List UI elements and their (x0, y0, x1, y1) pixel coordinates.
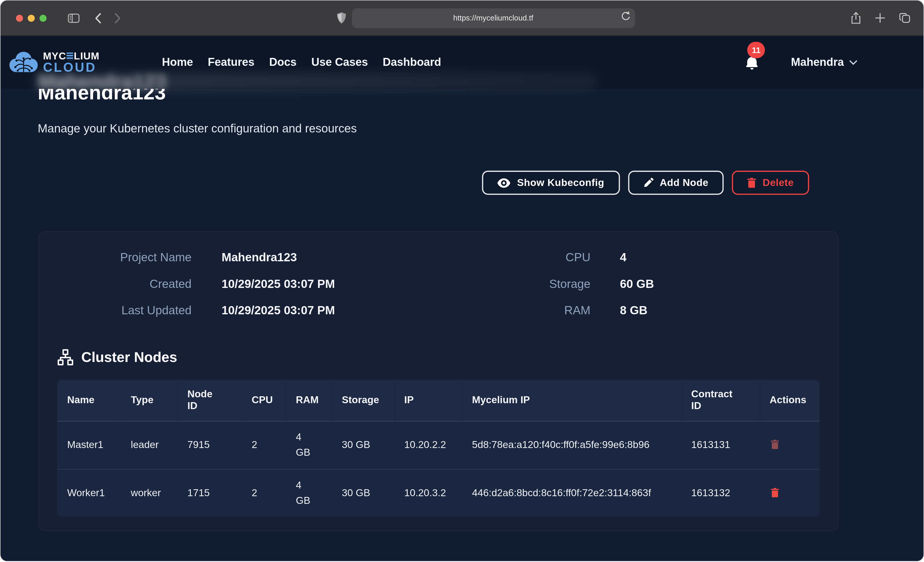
field-value: 4 (620, 251, 820, 265)
nav-link-use-cases[interactable]: Use Cases (311, 56, 368, 68)
page-subtitle: Manage your Kubernetes cluster configura… (38, 122, 924, 136)
project-info-left: Project Name Mahendra123 Created 10/29/2… (57, 251, 434, 317)
add-node-button[interactable]: Add Node (628, 171, 724, 195)
brand-line1: MYCLIUM (43, 51, 99, 61)
table-row: Master1 leader 7915 2 4 GB 30 GB 10.20.2… (57, 421, 820, 469)
show-kubeconfig-button[interactable]: Show Kubeconfig (482, 171, 620, 195)
privacy-shield-icon[interactable] (337, 12, 345, 24)
cluster-details-card: Project Name Mahendra123 Created 10/29/2… (38, 231, 838, 531)
col-header-type: Type (121, 380, 177, 421)
col-header-ip: IP (394, 380, 462, 421)
col-header-cpu: CPU (242, 380, 286, 421)
col-header-contract-id: Contract ID (681, 380, 760, 421)
field-label: Last Updated (57, 304, 192, 317)
field-value: 10/29/2025 03:07 PM (222, 304, 434, 317)
nav-link-home[interactable]: Home (162, 56, 193, 68)
tab-overview-icon[interactable] (899, 13, 910, 23)
cell-storage: 30 GB (332, 421, 394, 469)
mycelium-cloud-logo-icon (9, 51, 38, 74)
sidebar-toggle-icon[interactable] (68, 13, 80, 23)
cell-ip: 10.20.2.2 (394, 421, 462, 469)
brand-line2: CLOUD (43, 60, 96, 74)
cell-actions (760, 421, 820, 469)
cell-contract-id: 1613132 (681, 469, 760, 517)
cell-cpu: 2 (242, 421, 286, 469)
cell-mycelium-ip: 5d8:78ea:a120:f40c:ff0f:a5fe:99e6:8b96 (462, 421, 681, 469)
address-zone: https://myceliumcloud.tf (121, 8, 851, 28)
col-header-node-id: Node ID (177, 380, 242, 421)
cell-type: leader (121, 421, 177, 469)
traffic-lights (16, 14, 46, 21)
delete-node-icon[interactable] (770, 438, 780, 450)
stylized-e-glyph (67, 52, 73, 60)
field-label: RAM (434, 304, 590, 317)
delete-node-icon[interactable] (770, 486, 780, 498)
cell-node-id: 1715 (177, 469, 242, 517)
cell-type: worker (121, 469, 177, 517)
url-field[interactable]: https://myceliumcloud.tf (352, 8, 635, 28)
cell-ip: 10.20.3.2 (394, 469, 462, 517)
nodes-table-container: Name Type Node ID CPU RAM Storage IP Myc… (57, 380, 820, 517)
field-value: Mahendra123 (222, 251, 434, 265)
notification-count-badge: 11 (747, 42, 765, 58)
col-header-storage: Storage (332, 380, 394, 421)
close-window-button[interactable] (16, 14, 23, 21)
field-label: Storage (434, 277, 590, 291)
eye-icon (498, 178, 511, 187)
col-header-mycelium-ip: Mycelium IP (462, 380, 681, 421)
field-value: 8 GB (620, 304, 820, 317)
cluster-nodes-heading: Cluster Nodes (57, 349, 820, 366)
reload-icon[interactable] (621, 11, 630, 21)
project-info-right: CPU 4 Storage 60 GB RAM 8 GB (434, 251, 820, 317)
notifications-button[interactable]: 11 (745, 55, 759, 70)
navbar-blur-band (36, 73, 596, 90)
nav-link-features[interactable]: Features (208, 56, 254, 68)
col-header-name: Name (57, 380, 121, 421)
field-value: 10/29/2025 03:07 PM (222, 277, 434, 291)
user-menu[interactable]: Mahendra (791, 56, 857, 69)
nodes-table: Name Type Node ID CPU RAM Storage IP Myc… (57, 380, 820, 517)
brand-name: MYCLIUM CLOUD (43, 51, 99, 74)
back-icon[interactable] (95, 13, 101, 23)
cell-cpu: 2 (242, 469, 286, 517)
col-header-actions: Actions (760, 380, 820, 421)
navbar-right: 11 Mahendra (745, 55, 857, 70)
trash-icon (747, 178, 756, 188)
table-row: Worker1 worker 1715 2 4 GB 30 GB 10.20.3… (57, 469, 820, 517)
field-value: 60 GB (620, 277, 820, 291)
new-tab-icon[interactable] (875, 13, 885, 23)
cell-node-id: 7915 (177, 421, 242, 469)
delete-cluster-button[interactable]: Delete (732, 171, 809, 195)
chevron-down-icon (849, 60, 857, 65)
share-icon[interactable] (851, 12, 861, 24)
cell-mycelium-ip: 446:d2a6:8bcd:8c16:ff0f:72e2:3114:863f (462, 469, 681, 517)
user-name: Mahendra (791, 56, 844, 69)
nav-links: Home Features Docs Use Cases Dashboard (162, 56, 441, 69)
minimize-window-button[interactable] (28, 14, 35, 21)
zoom-window-button[interactable] (39, 14, 46, 21)
cell-storage: 30 GB (332, 469, 394, 517)
field-label: Created (57, 277, 192, 291)
cell-name: Master1 (57, 421, 121, 469)
cell-ram: 4 GB (286, 469, 332, 517)
network-nodes-icon (57, 349, 74, 366)
browser-window: https://myceliumcloud.tf (0, 0, 924, 562)
brand-logo[interactable]: MYCLIUM CLOUD (9, 51, 99, 74)
cell-ram: 4 GB (286, 421, 332, 469)
table-header: Name Type Node ID CPU RAM Storage IP Myc… (57, 380, 820, 421)
nav-link-dashboard[interactable]: Dashboard (382, 56, 441, 68)
cell-contract-id: 1613131 (681, 421, 760, 469)
cluster-actions: Show Kubeconfig Add Node (0, 171, 923, 195)
forward-icon[interactable] (114, 13, 121, 23)
url-text: https://myceliumcloud.tf (453, 13, 533, 22)
nav-link-docs[interactable]: Docs (269, 56, 297, 68)
cell-name: Worker1 (57, 469, 121, 517)
project-info: Project Name Mahendra123 Created 10/29/2… (57, 251, 820, 317)
browser-chrome: https://myceliumcloud.tf (0, 0, 923, 36)
field-label: Project Name (57, 251, 192, 265)
field-label: CPU (434, 251, 590, 265)
cell-actions (760, 469, 820, 517)
page-viewport: Mahendra123 (0, 36, 923, 562)
chrome-right-icons (851, 12, 910, 24)
screenshot-stage: https://myceliumcloud.tf (0, 0, 924, 562)
